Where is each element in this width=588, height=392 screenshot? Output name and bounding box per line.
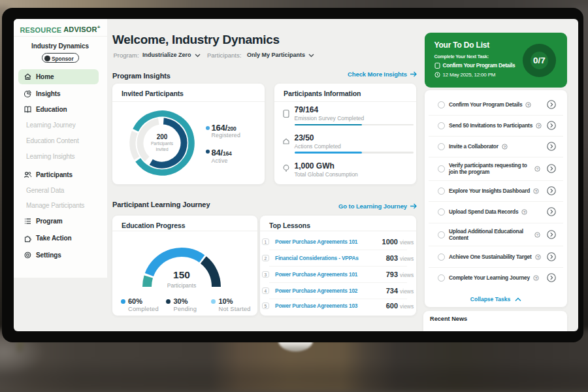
svg-text:?: ? [538,124,540,128]
svg-text:?: ? [536,255,539,259]
svg-text:?: ? [504,145,506,149]
svg-text:?: ? [523,210,526,214]
svg-text:?: ? [535,189,538,193]
svg-text:?: ? [527,103,530,107]
svg-text:?: ? [535,276,538,280]
svg-text:?: ? [536,233,538,237]
svg-text:?: ? [536,167,538,171]
